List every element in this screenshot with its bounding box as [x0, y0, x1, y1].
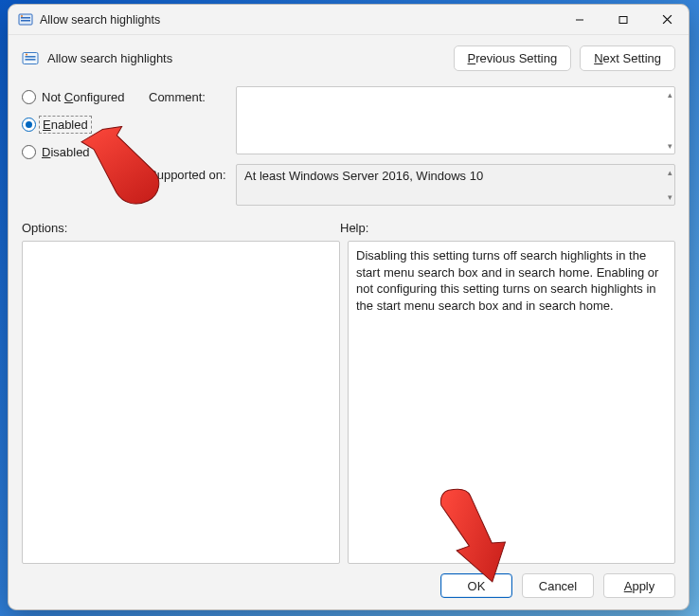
header-policy-icon: [22, 50, 39, 67]
header-row: Allow search highlights Previous Setting…: [9, 35, 689, 77]
window-title: Allow search highlights: [40, 13, 551, 27]
scroll-up-icon[interactable]: ▴: [668, 91, 672, 99]
previous-setting-button[interactable]: Previous Setting: [454, 45, 572, 71]
maximize-button[interactable]: [601, 5, 645, 34]
supported-on-label: Supported on:: [149, 164, 234, 206]
radio-group: Not Configured Enabled Disabled: [22, 86, 147, 206]
previous-hotkey: P: [468, 51, 476, 65]
radio-icon: [22, 118, 36, 132]
radio-icon: [22, 145, 36, 159]
svg-point-8: [26, 53, 27, 55]
next-hotkey: N: [594, 51, 602, 65]
help-pane: Disabling this setting turns off search …: [348, 241, 675, 564]
svg-rect-1: [21, 17, 30, 19]
apply-button[interactable]: Apply: [603, 573, 675, 598]
svg-point-3: [21, 15, 23, 17]
supported-on-text: At least Windows Server 2016, Windows 10: [244, 169, 483, 183]
cancel-button[interactable]: Cancel: [522, 573, 594, 598]
options-pane: [22, 241, 340, 564]
dialog-body: Not Configured Enabled Disabled Comment:…: [9, 77, 689, 609]
help-text: Disabling this setting turns off search …: [356, 247, 667, 314]
titlebar: Allow search highlights: [9, 5, 689, 35]
svg-rect-4: [619, 16, 627, 23]
footer: OK Cancel Apply: [22, 564, 675, 598]
supported-on-box: At least Windows Server 2016, Windows 10…: [236, 164, 675, 206]
minimize-button[interactable]: [558, 5, 601, 34]
panes: Disabling this setting turns off search …: [22, 241, 675, 564]
scroll-up-icon[interactable]: ▴: [668, 169, 672, 176]
comment-label: Comment:: [149, 86, 234, 154]
policy-editor-window: Allow search highlights Allow search hig…: [8, 4, 690, 610]
svg-rect-7: [26, 59, 36, 61]
scroll-down-icon[interactable]: ▾: [668, 193, 672, 201]
header-title: Allow search highlights: [47, 51, 445, 65]
svg-rect-6: [26, 56, 36, 58]
comment-textarea[interactable]: ▴ ▾: [236, 86, 675, 154]
radio-label: Enabled: [39, 116, 92, 134]
help-label: Help:: [340, 221, 368, 235]
radio-label: Not Configured: [42, 90, 124, 104]
window-controls: [558, 5, 689, 34]
radio-not-configured[interactable]: Not Configured: [22, 90, 147, 104]
scroll-down-icon[interactable]: ▾: [668, 142, 672, 150]
ok-button[interactable]: OK: [440, 573, 512, 598]
policy-icon: [18, 12, 33, 27]
radio-enabled[interactable]: Enabled: [22, 116, 147, 134]
radio-label: Disabled: [42, 145, 90, 159]
radio-disabled[interactable]: Disabled: [22, 145, 147, 159]
svg-rect-5: [23, 52, 38, 63]
next-label-rest: ext Setting: [603, 51, 661, 65]
mid-labels: Options: Help:: [22, 221, 675, 235]
options-label: Options:: [22, 221, 67, 235]
previous-label-rest: revious Setting: [475, 51, 557, 65]
next-setting-button[interactable]: Next Setting: [580, 45, 675, 71]
radio-icon: [22, 90, 36, 104]
top-grid: Not Configured Enabled Disabled Comment:…: [22, 86, 675, 206]
close-button[interactable]: [645, 5, 689, 34]
svg-rect-2: [21, 20, 30, 22]
